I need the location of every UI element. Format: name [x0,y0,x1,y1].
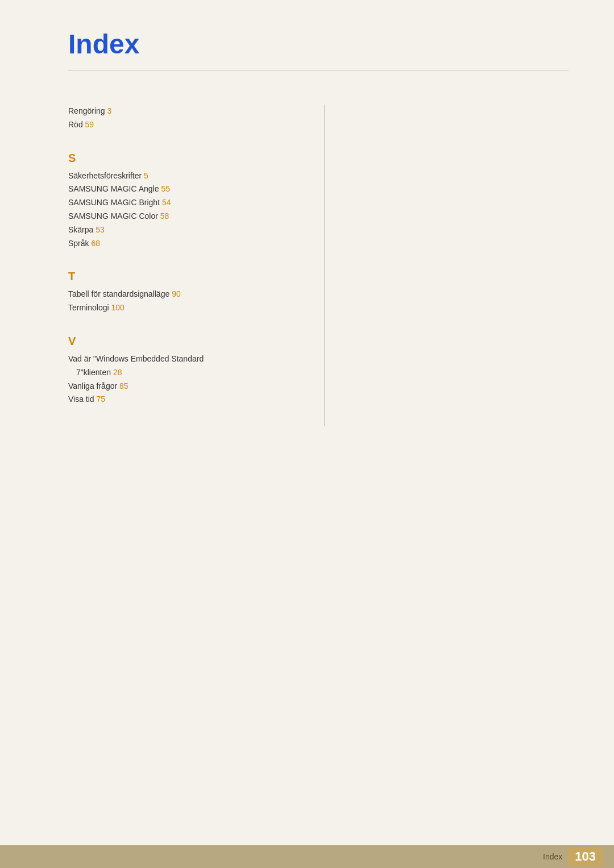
section-letter-s: S [68,152,296,165]
entry-tabell: Tabell för standardsignalläge 90 [68,288,296,301]
entry-samsung-magic-angle: SAMSUNG MAGIC Angle 55 [68,182,296,196]
entry-rengoering: Rengöring 3 [68,105,296,118]
entry-samsung-magic-color: SAMSUNG MAGIC Color 58 [68,210,296,223]
footer-page-number: 103 [568,847,603,866]
section-letter-t: T [68,270,296,283]
index-column-left: Rengöring 3 Röd 59 S Säkerhetsföreskrift… [68,105,313,426]
entry-sprak: Språk 68 [68,237,296,251]
section-r: Rengöring 3 Röd 59 [68,105,296,132]
entry-vanliga-fragor: Vanliga frågor 85 [68,380,296,393]
column-divider [324,105,325,426]
page-title: Index [68,28,569,60]
entry-sakerhetsforeskrifter: Säkerhetsföreskrifter 5 [68,169,296,183]
footer-label: Index [543,852,562,861]
entry-skarpa: Skärpa 53 [68,223,296,237]
section-v: V Vad är "Windows Embedded Standard 7"kl… [68,335,296,406]
entry-vad-ar: Vad är "Windows Embedded Standard 7"klie… [68,352,296,380]
entry-samsung-magic-bright: SAMSUNG MAGIC Bright 54 [68,196,296,210]
entry-visa-tid: Visa tid 75 [68,393,296,406]
section-s: S Säkerhetsföreskrifter 5 SAMSUNG MAGIC … [68,152,296,251]
section-t: T Tabell för standardsignalläge 90 Termi… [68,270,296,315]
entry-rod: Röd 59 [68,118,296,132]
index-columns: Rengöring 3 Röd 59 S Säkerhetsföreskrift… [68,105,569,426]
page-content: Index Rengöring 3 Röd 59 S Säkerhetsföre… [0,0,614,845]
title-divider [68,70,569,70]
footer-bar: Index 103 [0,845,614,868]
section-letter-v: V [68,335,296,348]
entry-terminologi: Terminologi 100 [68,301,296,315]
